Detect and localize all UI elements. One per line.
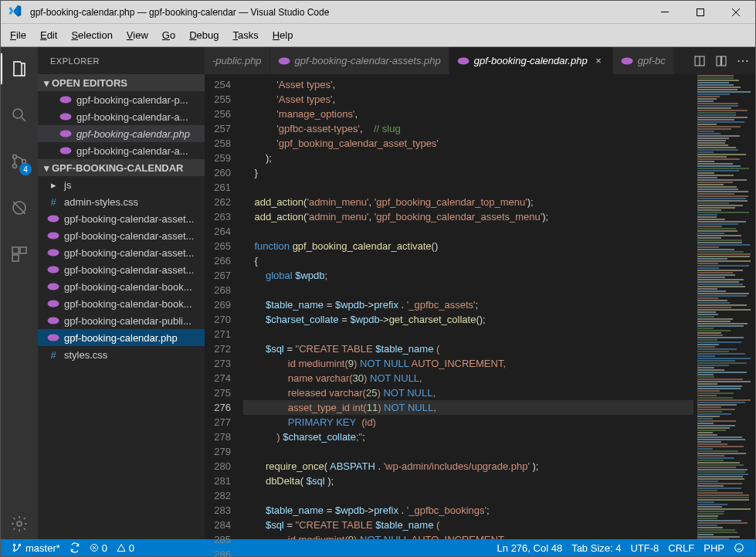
file-item[interactable]: gpf-booking-calendar-asset... — [38, 227, 205, 244]
open-editor-item[interactable]: gpf-booking-calendar-a... — [38, 108, 205, 125]
php-icon — [59, 93, 72, 106]
svg-point-10 — [17, 521, 22, 526]
svg-point-12 — [60, 114, 72, 121]
svg-rect-9 — [12, 255, 19, 261]
compare-icon[interactable] — [693, 55, 706, 67]
file-item[interactable]: gpf-booking-calendar-asset... — [38, 210, 205, 227]
window-title: gpf-booking-calendar.php — gpf-booking-c… — [30, 7, 647, 18]
svg-point-17 — [48, 250, 59, 256]
svg-point-24 — [457, 57, 469, 64]
status-language[interactable]: PHP — [699, 542, 729, 554]
svg-point-15 — [48, 216, 59, 222]
php-icon — [47, 280, 59, 293]
status-feedback[interactable] — [729, 542, 749, 553]
editor-tab[interactable]: gpf-booking-calendar.php× — [449, 47, 613, 74]
svg-rect-28 — [722, 56, 726, 66]
menu-edit[interactable]: Edit — [34, 26, 63, 44]
title-bar: gpf-booking-calendar.php — gpf-booking-c… — [1, 1, 755, 24]
php-icon — [278, 57, 290, 65]
hash-icon: # — [47, 348, 59, 361]
code-area[interactable]: 'Asset types', 'Asset types', 'manage_op… — [243, 74, 693, 539]
svg-point-11 — [60, 97, 72, 104]
status-bar: master* 0 0 Ln 276, Col 48 Tab Size: 4 U… — [1, 539, 755, 556]
minimize-button[interactable] — [647, 1, 683, 23]
menu-go[interactable]: Go — [156, 26, 181, 44]
svg-rect-8 — [20, 247, 26, 253]
activity-settings[interactable] — [1, 508, 38, 539]
svg-point-22 — [48, 335, 59, 341]
svg-point-3 — [13, 155, 17, 159]
svg-point-33 — [735, 544, 744, 552]
editor-tab[interactable]: gpf-bc — [613, 47, 674, 74]
svg-rect-1 — [697, 8, 704, 15]
php-icon — [59, 144, 72, 157]
status-cursor[interactable]: Ln 276, Col 48 — [493, 542, 568, 554]
more-icon[interactable]: ⋯ — [737, 53, 749, 68]
line-gutter: 2542552562572582592602612622632642652662… — [205, 74, 243, 539]
file-item[interactable]: gpf-booking-calendar-asset... — [38, 261, 205, 278]
svg-point-23 — [278, 57, 290, 64]
open-editor-item[interactable]: gpf-booking-calendar-a... — [38, 142, 205, 159]
activity-debug[interactable] — [1, 192, 38, 223]
svg-point-29 — [13, 544, 15, 545]
svg-point-18 — [48, 267, 59, 273]
status-problems[interactable]: 0 0 — [85, 542, 139, 554]
editor-tab[interactable]: gpf-booking-calendar-assets.php — [270, 47, 449, 74]
svg-rect-27 — [717, 56, 720, 66]
svg-point-13 — [60, 131, 72, 138]
file-item[interactable]: gpf-booking-calendar-book... — [38, 278, 205, 295]
file-item[interactable]: gpf-booking-calendar-asset... — [38, 244, 205, 261]
php-icon — [47, 212, 59, 225]
menu-view[interactable]: View — [120, 26, 154, 44]
status-eol[interactable]: CRLF — [663, 542, 699, 554]
svg-point-31 — [19, 544, 20, 545]
sidebar-title: EXPLORER — [38, 47, 205, 74]
file-item[interactable]: #styles.css — [38, 346, 205, 363]
svg-point-30 — [13, 549, 15, 551]
menu-help[interactable]: Help — [266, 26, 300, 44]
tab-bar: -public.phpgpf-booking-calendar-assets.p… — [205, 47, 755, 74]
menu-debug[interactable]: Debug — [183, 26, 225, 44]
menu-tasks[interactable]: Tasks — [226, 26, 264, 44]
file-item[interactable]: gpf-booking-calendar-publi... — [38, 312, 205, 329]
minimap[interactable] — [693, 74, 755, 539]
close-button[interactable] — [718, 1, 754, 23]
menu-selection[interactable]: Selection — [65, 26, 118, 44]
status-encoding[interactable]: UTF-8 — [625, 542, 663, 554]
close-icon[interactable]: × — [592, 55, 605, 67]
menu-file[interactable]: File — [4, 26, 32, 44]
open-editor-item[interactable]: gpf-booking-calendar.php — [38, 125, 205, 142]
file-item[interactable]: #admin-styles.css — [38, 193, 205, 210]
editor-tab[interactable]: -public.php — [205, 47, 270, 74]
open-editor-item[interactable]: gpf-booking-calendar-p... — [38, 91, 205, 108]
activity-extensions[interactable] — [1, 239, 38, 270]
file-item[interactable]: ▸js — [38, 176, 205, 193]
chevron-right-icon: ▸ — [47, 178, 59, 191]
editor[interactable]: 2542552562572582592602612622632642652662… — [205, 74, 755, 539]
php-icon — [59, 110, 72, 123]
svg-point-4 — [13, 165, 17, 168]
hash-icon: # — [47, 195, 59, 208]
file-item[interactable]: gpf-booking-calendar.php — [38, 329, 205, 346]
status-sync[interactable] — [65, 542, 85, 553]
maximize-button[interactable] — [683, 1, 718, 23]
status-branch[interactable]: master* — [7, 542, 65, 554]
php-icon — [47, 263, 59, 276]
svg-point-25 — [621, 57, 632, 64]
section-folder[interactable]: ▾GPF-BOOKING-CALENDAR — [38, 159, 205, 176]
svg-point-21 — [48, 318, 59, 324]
file-item[interactable]: gpf-booking-calendar-book... — [38, 295, 205, 312]
php-icon — [621, 57, 633, 65]
php-icon — [47, 314, 59, 327]
split-icon[interactable] — [715, 55, 727, 67]
activity-explorer[interactable] — [1, 53, 38, 84]
activity-scm[interactable]: 4 — [1, 146, 38, 177]
section-open-editors[interactable]: ▾OPEN EDITORS — [38, 74, 205, 91]
activity-search[interactable] — [1, 100, 38, 131]
svg-point-20 — [48, 301, 59, 307]
svg-point-14 — [60, 148, 72, 155]
status-indent[interactable]: Tab Size: 4 — [567, 542, 625, 554]
php-icon — [47, 246, 59, 259]
php-icon — [47, 229, 59, 242]
php-icon — [457, 57, 470, 65]
